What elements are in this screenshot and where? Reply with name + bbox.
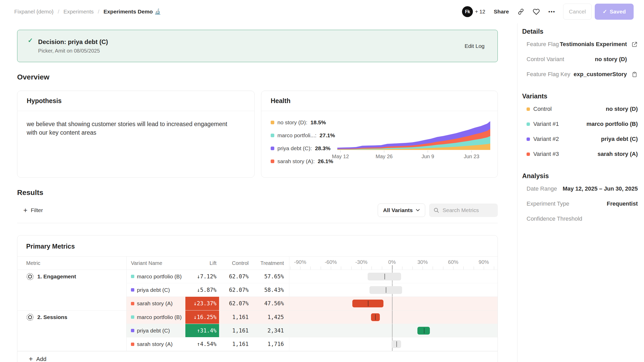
axis-tick <box>290 266 290 270</box>
legend-label: priya debt (C): <box>277 145 312 151</box>
detail-row: Control Variantno story (D) <box>522 52 638 67</box>
axis-tick <box>433 266 433 270</box>
chevron-down-icon <box>416 209 420 212</box>
lift-cell: ↑4.54% <box>185 337 219 351</box>
detail-value[interactable]: Testimonials Experiment <box>560 41 627 48</box>
variant-value: sarah story (A) <box>598 151 638 157</box>
decision-banner: ✓ Decision: priya debt (C) Picker, Amit … <box>17 30 498 62</box>
axis-tick <box>484 266 484 270</box>
lift-marker <box>396 341 397 347</box>
decision-check-icon: ✓ <box>28 37 33 44</box>
axis-label: 60% <box>448 259 458 265</box>
variant-value: marco portfolio (B) <box>586 121 638 127</box>
legend-value: 28.3% <box>315 145 331 151</box>
confidence-interval-bar <box>369 286 402 294</box>
analysis-row: Date RangeMay 12, 2025 – Jun 30, 2025 <box>522 181 638 196</box>
add-filter-button[interactable]: + Filter <box>23 207 43 214</box>
analysis-label: Experiment Type <box>527 200 569 207</box>
ci-axis: -90%-60%-30%0%30%60%90% <box>289 257 498 270</box>
axis-tick <box>321 266 321 270</box>
variant-label: sarah story (A) <box>137 341 173 347</box>
axis-tick <box>443 266 443 270</box>
lift-cell: ↓5.87% <box>185 283 219 296</box>
external-link-icon[interactable] <box>631 41 638 48</box>
collaborators[interactable]: Fk + 12 <box>462 6 485 17</box>
detail-row: Feature Flag Keyexp_customerStory <box>522 67 638 82</box>
variant-value: priya debt (C) <box>601 136 638 142</box>
metric-target-icon <box>26 313 34 321</box>
ci-chart-cell <box>289 297 498 310</box>
overview-heading: Overview <box>17 73 498 81</box>
saved-button[interactable]: ✓ Saved <box>595 4 634 20</box>
analysis-row: Confidence Threshold <box>522 211 638 226</box>
search-metrics-input[interactable] <box>443 207 492 213</box>
analysis-label: Date Range <box>527 185 557 192</box>
breadcrumb-item[interactable]: Experiments Demo 🔬 <box>103 9 161 15</box>
lift-marker <box>386 287 386 293</box>
lift-marker <box>424 328 424 334</box>
breadcrumb-item[interactable]: Experiments <box>64 9 94 15</box>
column-control: Control <box>219 260 250 266</box>
axis-tick <box>423 266 423 270</box>
copy-link-icon[interactable] <box>517 8 524 15</box>
health-legend-item: no story (D): 18.5% <box>271 119 337 126</box>
topbar: Fixpanel {demo}/Experiments/Experiments … <box>0 0 644 23</box>
confidence-interval-bar <box>352 300 383 307</box>
variant-row: Variant #3sarah story (A) <box>522 147 638 162</box>
cancel-button[interactable]: Cancel <box>563 4 592 20</box>
metric-group: 1. Engagementmarco portfolio (B)↓7.12%62… <box>17 270 498 310</box>
analysis-value: May 12, 2025 – Jun 30, 2025 <box>563 185 638 192</box>
variant-swatch <box>131 343 134 346</box>
metric-row[interactable]: priya debt (C)↑31.4%1,1612,341 <box>127 324 498 337</box>
edit-log-button[interactable]: Edit Log <box>465 43 485 49</box>
avatar[interactable]: Fk <box>462 6 473 17</box>
axis-tick <box>392 265 393 270</box>
axis-tick <box>412 266 413 270</box>
variant-label: marco portfolio (B) <box>137 314 182 320</box>
axis-tick <box>453 266 453 270</box>
variant-filter-dropdown[interactable]: All Variants <box>378 204 425 217</box>
metric-row[interactable]: marco portfolio (B)↓7.12%62.07%57.65% <box>127 270 498 283</box>
clipboard-icon[interactable] <box>632 71 638 78</box>
confidence-interval-bar <box>368 273 401 280</box>
metric-search[interactable] <box>429 204 498 217</box>
breadcrumb-item[interactable]: Fixpanel {demo} <box>14 9 54 15</box>
health-area-chart-svg <box>337 119 490 153</box>
metric-row[interactable]: marco portfolio (B)↓16.25%1,1611,425 <box>127 310 498 324</box>
variant-swatch <box>131 302 134 305</box>
legend-value: 26.1% <box>318 158 333 164</box>
breadcrumb-separator: / <box>98 9 99 15</box>
axis-label: -90% <box>294 259 306 265</box>
variant-name-cell: priya debt (C) <box>127 287 185 293</box>
legend-value: 27.1% <box>320 132 335 139</box>
hypothesis-title: Hypothesis <box>17 91 254 111</box>
legend-swatch <box>271 160 274 163</box>
share-button[interactable]: Share <box>494 9 509 15</box>
variant-label: priya debt (C) <box>137 287 170 293</box>
analysis-rows: Date RangeMay 12, 2025 – Jun 30, 2025Exp… <box>522 181 638 226</box>
axis-tick <box>341 266 341 270</box>
topbar-actions: Fk + 12 Share ••• Cancel ✓ Saved <box>462 4 634 20</box>
lift-marker <box>368 301 368 306</box>
hypothesis-body: we believe that showing customer stories… <box>17 111 247 146</box>
variant-slot-label: Variant #3 <box>533 151 559 157</box>
variant-slot-label: Control <box>533 106 552 112</box>
right-sidebar: Details Feature FlagTestimonials Experim… <box>517 23 644 362</box>
detail-label: Control Variant <box>527 56 564 63</box>
add-metric-button[interactable]: + Add <box>17 351 498 362</box>
variant-swatch <box>131 288 134 292</box>
legend-swatch <box>271 121 274 124</box>
zero-line <box>392 310 393 324</box>
legend-label: no story (D): <box>277 119 307 126</box>
lift-marker <box>375 314 376 320</box>
variant-label: sarah story (A) <box>137 300 173 307</box>
metric-row[interactable]: sarah story (A)↓23.37%62.07%47.56% <box>127 297 498 310</box>
metric-row[interactable]: priya debt (C)↓5.87%62.07%58.43% <box>127 283 498 297</box>
axis-tick <box>331 266 331 270</box>
metric-row[interactable]: sarah story (A)↑4.54%1,1611,716 <box>127 337 498 351</box>
axis-tick-label: Jun 23 <box>464 154 479 160</box>
legend-label: sarah story (A): <box>277 158 315 164</box>
favorite-heart-icon[interactable] <box>533 8 540 15</box>
primary-metrics-title: Primary Metrics <box>17 235 498 256</box>
more-menu-icon[interactable]: ••• <box>548 9 555 15</box>
